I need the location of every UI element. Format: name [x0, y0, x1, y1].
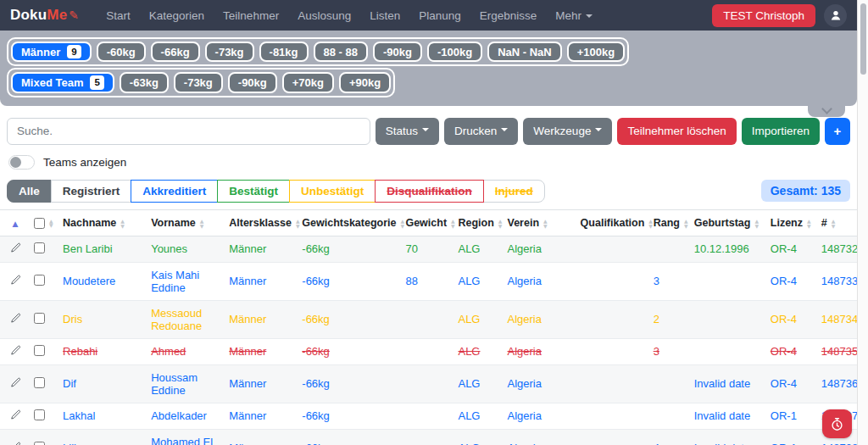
- teams-toggle-row: Teams anzeigen: [8, 155, 849, 170]
- edit-row-button[interactable]: [8, 409, 23, 423]
- user-button[interactable]: TEST Christoph: [712, 4, 815, 27]
- edit-row-button[interactable]: [8, 275, 23, 288]
- edit-row-button[interactable]: [8, 313, 23, 326]
- status-tab-best-tigt[interactable]: Bestätigt: [217, 180, 290, 203]
- sort-carets-icon[interactable]: ▲▼: [543, 219, 548, 228]
- cell-gewicht: [402, 338, 454, 364]
- weight-filter-button-100kg[interactable]: +100kg: [567, 42, 625, 62]
- weight-filter-button-90kg[interactable]: -90kg: [228, 72, 277, 92]
- cell-nachname: Dris: [59, 300, 147, 338]
- cell-region: ALG: [454, 300, 504, 338]
- sort-carets-icon[interactable]: ▲▼: [832, 219, 836, 228]
- sort-carets-icon[interactable]: ▲▼: [684, 219, 688, 228]
- column-header-gewicht[interactable]: Gewicht▲▼: [402, 209, 454, 236]
- avatar[interactable]: [824, 4, 847, 27]
- edit-row-button[interactable]: [8, 442, 23, 445]
- row-checkbox[interactable]: [34, 345, 45, 356]
- edit-row-button[interactable]: [8, 242, 23, 256]
- sort-carets-icon[interactable]: ▲▼: [754, 219, 759, 228]
- row-checkbox[interactable]: [34, 409, 45, 420]
- status-tab-injured[interactable]: Injured: [483, 180, 545, 203]
- sort-carets-icon[interactable]: ▲▼: [296, 219, 300, 228]
- toggle-knob: [10, 157, 21, 168]
- cell-nachname: Rebahi: [59, 338, 147, 364]
- edit-row-button[interactable]: [8, 345, 23, 359]
- row-checkbox[interactable]: [34, 242, 45, 253]
- row-checkbox[interactable]: [34, 377, 45, 388]
- weight-filter-button-nan-nan[interactable]: NaN - NaN: [487, 42, 562, 62]
- column-header-lizenz[interactable]: Lizenz▲▼: [767, 209, 818, 236]
- weight-filter-button-90kg[interactable]: -90kg: [373, 42, 422, 62]
- sort-carets-icon[interactable]: ▲▼: [49, 219, 53, 228]
- column-header-region[interactable]: Region▲▼: [454, 209, 504, 236]
- scrollbar-thumb[interactable]: [860, 3, 866, 75]
- row-checkbox[interactable]: [34, 442, 45, 445]
- cell-nr: 148733: [818, 262, 857, 300]
- status-dropdown[interactable]: Status: [376, 118, 439, 145]
- tools-dropdown[interactable]: Werkzeuge: [523, 118, 612, 145]
- sort-carets-icon[interactable]: ▲▼: [451, 219, 455, 228]
- nav-item-listen[interactable]: Listen: [361, 6, 409, 25]
- column-header-geburtstag[interactable]: Geburtstag▲▼: [691, 209, 767, 236]
- column-header-[interactable]: #▲▼: [818, 209, 857, 236]
- status-tab-registriert[interactable]: Registriert: [51, 180, 132, 203]
- weight-filter-button-100kg[interactable]: -100kg: [427, 42, 482, 62]
- sort-carets-icon[interactable]: ▲▼: [807, 219, 811, 228]
- status-tab-akkreditiert[interactable]: Akkreditiert: [131, 180, 218, 203]
- column-header-rang[interactable]: Rang▲▼: [650, 209, 691, 236]
- sort-carets-icon[interactable]: ▲▼: [200, 219, 204, 228]
- status-tab-alle[interactable]: Alle: [7, 180, 52, 203]
- weight-filter-button-88-88[interactable]: 88 - 88: [314, 42, 368, 62]
- sort-carets-icon[interactable]: ▲▼: [400, 219, 404, 228]
- nav-item-auslosung[interactable]: Auslosung: [289, 6, 359, 25]
- weight-filter-button-63kg[interactable]: -63kg: [120, 72, 169, 92]
- column-header-altersklasse[interactable]: Altersklasse▲▼: [225, 209, 298, 236]
- delete-participants-button[interactable]: Teilnehmer löschen: [617, 118, 736, 145]
- column-header-vorname[interactable]: Vorname▲▼: [147, 209, 225, 236]
- cell-region: ALG: [454, 364, 504, 403]
- search-input[interactable]: [7, 118, 370, 145]
- weight-filter-button-90kg[interactable]: +90kg: [339, 72, 391, 92]
- nav-item-mehr[interactable]: Mehr: [547, 6, 601, 25]
- nav-item-kategorien[interactable]: Kategorien: [141, 6, 213, 25]
- weight-filter-button-60kg[interactable]: -60kg: [97, 42, 146, 62]
- sort-carets-icon[interactable]: ▲▼: [120, 219, 125, 228]
- status-tab-unbest-tigt[interactable]: Unbestätigt: [289, 180, 376, 203]
- collapse-panel-button[interactable]: [808, 106, 845, 117]
- weight-filter-button-73kg[interactable]: -73kg: [174, 72, 223, 92]
- weight-filter-button-70kg[interactable]: +70kg: [282, 72, 334, 92]
- add-button[interactable]: +: [825, 118, 850, 145]
- category-button-m-nner[interactable]: Männer9: [11, 42, 92, 62]
- pencil-icon: [10, 345, 21, 356]
- timer-button[interactable]: [822, 409, 852, 438]
- edit-row-button[interactable]: [8, 377, 23, 391]
- column-header-verein[interactable]: Verein▲▼: [504, 209, 577, 236]
- print-dropdown[interactable]: Drucken: [444, 118, 518, 145]
- nav-item-start[interactable]: Start: [97, 6, 139, 25]
- main-nav: Start Kategorien Teilnehmer Auslosung Li…: [97, 6, 712, 25]
- sort-direction-icon[interactable]: ▲: [13, 220, 19, 228]
- nav-item-planung[interactable]: Planung: [410, 6, 470, 25]
- nav-item-ergebnisse[interactable]: Ergebnisse: [471, 6, 546, 25]
- pencil-icon: [10, 442, 21, 445]
- app-logo[interactable]: DokuMe✎: [10, 7, 79, 24]
- scrollbar[interactable]: [857, 0, 868, 445]
- import-button[interactable]: Importieren: [742, 118, 820, 145]
- teams-toggle[interactable]: [8, 155, 35, 170]
- category-button-mixed-team[interactable]: Mixed Team5: [11, 72, 114, 92]
- sort-carets-icon[interactable]: ▲▼: [498, 219, 503, 228]
- status-tab-disqualifikation[interactable]: Disqualifikation: [375, 180, 484, 203]
- column-header-qualifikation[interactable]: Qualifikation▲▼: [577, 209, 650, 236]
- row-checkbox[interactable]: [34, 313, 45, 324]
- column-header-gewichtskategorie[interactable]: Gewichtskategorie▲▼: [298, 209, 402, 236]
- select-all-checkbox[interactable]: [34, 218, 45, 229]
- sort-carets-icon[interactable]: ▲▼: [648, 219, 653, 228]
- row-checkbox[interactable]: [34, 275, 45, 286]
- person-icon: [829, 8, 843, 22]
- nav-item-teilnehmer[interactable]: Teilnehmer: [214, 6, 287, 25]
- weight-filter-button-73kg[interactable]: -73kg: [205, 42, 254, 62]
- weight-filter-button-66kg[interactable]: -66kg: [151, 42, 200, 62]
- weight-filter-button-81kg[interactable]: -81kg: [259, 42, 309, 62]
- column-header-nachname[interactable]: Nachname▲▼: [59, 209, 147, 236]
- cell-verein: Algeria: [504, 364, 577, 403]
